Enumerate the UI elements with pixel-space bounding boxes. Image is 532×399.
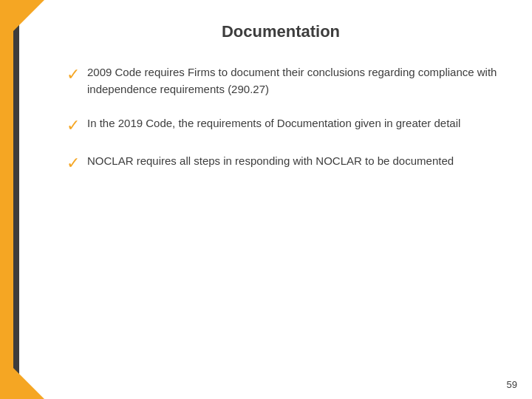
triangle-top-decoration <box>0 0 44 44</box>
slide-title: Documentation <box>66 22 502 41</box>
checkmark-icon-2: ✓ <box>66 115 80 137</box>
slide: Documentation ✓ 2009 Code requires Firms… <box>0 0 532 399</box>
left-bar-dark <box>13 0 19 399</box>
triangle-bottom-decoration <box>0 355 44 399</box>
page-number: 59 <box>507 379 517 390</box>
checkmark-icon-1: ✓ <box>66 64 80 86</box>
bullet-text-2: In the 2019 Code, the requirements of Do… <box>87 115 460 132</box>
bullet-item-3: ✓ NOCLAR requires all steps in respondin… <box>66 152 502 174</box>
slide-content: Documentation ✓ 2009 Code requires Firms… <box>44 0 532 399</box>
bullet-item-1: ✓ 2009 Code requires Firms to document t… <box>66 64 502 98</box>
left-bar-orange <box>0 0 13 399</box>
bullet-text-3: NOCLAR requires all steps in responding … <box>87 152 454 169</box>
bullet-item-2: ✓ In the 2019 Code, the requirements of … <box>66 115 502 137</box>
checkmark-icon-3: ✓ <box>66 153 80 174</box>
bullet-text-1: 2009 Code requires Firms to document the… <box>87 64 502 98</box>
